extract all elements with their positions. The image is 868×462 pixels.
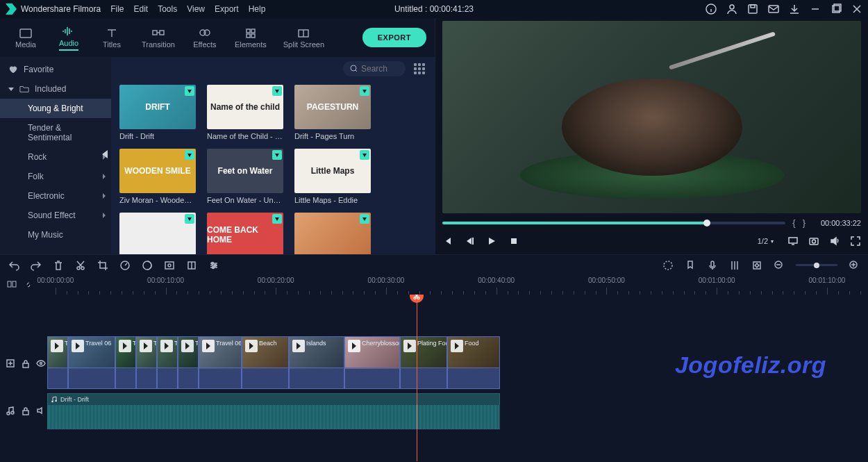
- tab-media[interactable]: Media: [8, 22, 43, 53]
- account-icon[interactable]: [726, 3, 737, 15]
- video-preview[interactable]: [442, 21, 861, 213]
- track-lock-icon[interactable]: [21, 406, 31, 415]
- fullscreen-icon[interactable]: [850, 236, 861, 247]
- audio-thumb[interactable]: [294, 213, 371, 254]
- redo-icon[interactable]: [31, 260, 42, 271]
- green-screen-icon[interactable]: [164, 260, 175, 271]
- timeline-ruler[interactable]: 00:00:00:0000:00:10:0000:00:20:0000:00:3…: [0, 275, 868, 295]
- volume-icon[interactable]: [829, 236, 840, 247]
- settings-icon[interactable]: [208, 260, 219, 271]
- tab-transition[interactable]: Transition: [137, 22, 179, 53]
- mark-out-icon[interactable]: }: [803, 217, 806, 228]
- mail-icon[interactable]: [768, 3, 779, 15]
- view-grid-icon[interactable]: [414, 63, 425, 74]
- info-icon[interactable]: [706, 3, 717, 15]
- sidebar-item-my-music[interactable]: My Music: [0, 225, 111, 245]
- audio-thumb[interactable]: WOODEN SMILEZiv Moran - Wooden Smi...: [119, 149, 196, 204]
- sidebar-filmstock[interactable]: Filmstock: [0, 251, 111, 254]
- snapshot-icon[interactable]: [808, 236, 819, 247]
- sidebar-favorite[interactable]: Favorite: [0, 60, 111, 79]
- progress-bar[interactable]: [442, 222, 785, 224]
- video-clip[interactable]: Tra: [47, 336, 68, 389]
- video-track[interactable]: TraTravel 06TraTraTraTraTravel 06BeachIs…: [47, 336, 500, 389]
- video-clip[interactable]: Travel 06: [199, 336, 242, 389]
- maximize-icon[interactable]: [831, 3, 842, 15]
- sidebar-item-folk[interactable]: Folk: [0, 167, 111, 186]
- close-icon[interactable]: [851, 3, 862, 15]
- video-clip[interactable]: Tra: [157, 336, 178, 389]
- sidebar-collapse-icon[interactable]: [102, 150, 108, 158]
- render-icon[interactable]: [662, 260, 674, 271]
- zoom-in-icon[interactable]: [849, 260, 860, 271]
- track-add-icon[interactable]: [6, 358, 15, 368]
- track-eye-icon[interactable]: [36, 358, 46, 368]
- playhead-cut-icon[interactable]: [410, 295, 424, 303]
- mark-in-icon[interactable]: {: [792, 217, 795, 228]
- menu-export[interactable]: Export: [215, 4, 239, 14]
- tab-titles[interactable]: Titles: [94, 22, 129, 53]
- audio-thumb[interactable]: [119, 213, 196, 254]
- play-icon[interactable]: [487, 236, 496, 246]
- video-clip[interactable]: Beach: [242, 336, 289, 389]
- audio-thumb[interactable]: Feet on WaterFeet On Water - Unexpec...: [207, 149, 283, 204]
- mixer-icon[interactable]: [729, 260, 740, 271]
- prev-frame-icon[interactable]: [442, 236, 452, 246]
- tab-split-screen[interactable]: Split Screen: [279, 22, 328, 53]
- export-button[interactable]: EXPORT: [362, 28, 426, 47]
- audio-thumb[interactable]: DRIFTDrift - Drift: [119, 85, 196, 140]
- search-box[interactable]: [343, 61, 406, 76]
- sidebar-item-tender[interactable]: Tender & Sentimental: [0, 118, 111, 147]
- color-icon[interactable]: [142, 260, 153, 271]
- playhead[interactable]: [417, 295, 417, 461]
- audio-thumb[interactable]: PAGESTURNDrift - Pages Turn: [294, 85, 371, 140]
- audio-thumb[interactable]: Name of the childName of the Child - Mot…: [207, 85, 283, 140]
- sidebar-included[interactable]: Included: [0, 79, 111, 99]
- audio-note-icon[interactable]: [6, 406, 15, 415]
- menu-view[interactable]: View: [187, 4, 205, 14]
- zoom-slider[interactable]: [796, 264, 837, 266]
- link-icon[interactable]: [24, 279, 33, 289]
- menu-file[interactable]: File: [110, 4, 124, 14]
- tab-effects[interactable]: Effects: [187, 22, 222, 53]
- download-icon[interactable]: [789, 3, 800, 15]
- audio-thumb[interactable]: COME BACK HOME: [207, 213, 283, 254]
- minimize-icon[interactable]: [810, 3, 821, 15]
- video-clip[interactable]: Tra: [115, 336, 136, 389]
- undo-icon[interactable]: [8, 260, 19, 271]
- save-icon[interactable]: [747, 3, 758, 15]
- video-clip[interactable]: Tra: [136, 336, 157, 389]
- menu-edit[interactable]: Edit: [134, 4, 149, 14]
- marker-icon[interactable]: [685, 260, 696, 271]
- video-clip[interactable]: Cherryblossom: [344, 336, 400, 389]
- video-clip[interactable]: Food: [447, 336, 500, 389]
- track-lock-icon[interactable]: [21, 358, 31, 368]
- adjust-icon[interactable]: [186, 260, 197, 271]
- crop-icon[interactable]: [97, 260, 108, 271]
- video-clip[interactable]: Travel 06: [68, 336, 115, 389]
- search-input[interactable]: [361, 64, 399, 74]
- menu-help[interactable]: Help: [249, 4, 266, 14]
- display-icon[interactable]: [787, 236, 799, 247]
- keyframe-icon[interactable]: [751, 260, 762, 271]
- tab-elements[interactable]: Elements: [231, 22, 271, 53]
- cut-icon[interactable]: [75, 260, 86, 271]
- sidebar-item-young-bright[interactable]: Young & Bright: [0, 99, 111, 118]
- sidebar-item-rock[interactable]: Rock: [0, 147, 111, 167]
- menu-tools[interactable]: Tools: [158, 4, 177, 14]
- page-indicator[interactable]: 1/2 ▾: [753, 236, 778, 247]
- zoom-out-icon[interactable]: [774, 260, 785, 271]
- sidebar-item-sound-effect[interactable]: Sound Effect: [0, 206, 111, 225]
- voiceover-icon[interactable]: [707, 260, 718, 271]
- stop-icon[interactable]: [509, 236, 519, 246]
- step-back-icon[interactable]: [465, 236, 474, 246]
- speed-icon[interactable]: [119, 260, 131, 271]
- video-clip[interactable]: Islands: [289, 336, 344, 389]
- ripple-icon[interactable]: [7, 279, 17, 289]
- audio-clip[interactable]: Drift - Drift: [47, 393, 500, 429]
- audio-thumb[interactable]: Little MapsLittle Maps - Eddie: [294, 149, 371, 204]
- video-clip[interactable]: Tra: [178, 336, 199, 389]
- tab-audio[interactable]: Audio: [51, 21, 86, 55]
- video-clip[interactable]: Plating Food: [400, 336, 447, 389]
- track-mute-icon[interactable]: [36, 406, 46, 415]
- delete-icon[interactable]: [53, 260, 64, 271]
